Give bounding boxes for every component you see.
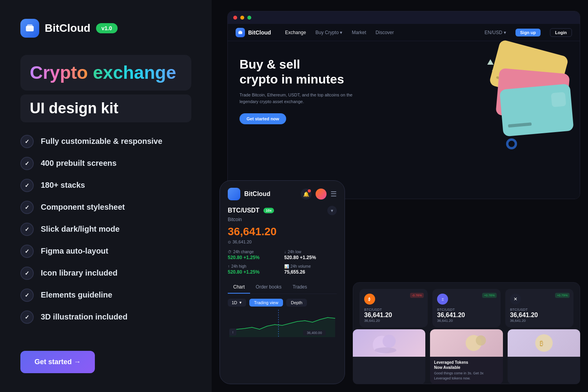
clock-icon: ⊙: [228, 240, 231, 244]
eth-icon: Ξ: [437, 294, 448, 305]
stat-change-value: 520.80 +1.25%: [228, 255, 280, 260]
check-icon-3: [20, 179, 34, 192]
change-badge-neg-1: -0.76%: [410, 293, 424, 298]
bitcloud-logo-icon: [20, 19, 39, 38]
svg-point-13: [383, 335, 396, 348]
svg-point-17: [535, 334, 552, 352]
version-badge: v1.0: [96, 23, 118, 33]
stats-grid: ⏱ 24h change 520.80 +1.25% ↓ 24h low 520…: [228, 250, 337, 275]
feature-3: 180+ stacks: [20, 179, 191, 192]
price-sub-value: 36,641.20: [232, 240, 252, 244]
stat-24h-change: ⏱ 24h change 520.80 +1.25%: [228, 250, 280, 260]
dropdown-trigger[interactable]: ▼: [327, 206, 337, 215]
hero-cta-button[interactable]: Get started now: [240, 113, 286, 124]
check-icon-8: [20, 289, 34, 302]
browser-mockup: BitCloud Exchange Buy Crypto ▾ Market Di…: [227, 11, 580, 199]
feature-8: Elements guideline: [20, 289, 191, 302]
headline-subtext: UI design kit: [30, 100, 118, 116]
notification-icon[interactable]: 🔔: [301, 189, 312, 200]
news-card-content-1: [353, 357, 425, 363]
news-card-img-3: ₿: [508, 329, 580, 357]
news-cards-row: Leveraged TokensNow Available Good thing…: [353, 329, 580, 384]
feature-text-8: Elements guideline: [41, 290, 112, 299]
svg-point-16: [476, 336, 486, 346]
stat-24h-volume: 📊 24h volume 75,655.26: [284, 264, 337, 275]
svg-text:36,400.00: 36,400.00: [307, 331, 322, 335]
stat-volume-value: 75,655.26: [284, 269, 337, 275]
check-icon-9: [20, 310, 34, 324]
svg-text:Ξ: Ξ: [442, 298, 444, 301]
inner-logo-text: BitCloud: [248, 29, 271, 36]
hamburger-icon[interactable]: ☰: [330, 190, 337, 198]
notification-dot: [308, 189, 311, 192]
coin-name: Bitcoin: [228, 217, 337, 222]
crypto-price-3: 36,641.20: [510, 312, 569, 319]
headline-exchange: exchange: [93, 62, 176, 83]
pair-label-1: BTC/USDT: [364, 308, 423, 312]
mobile-logo-text: BitCloud: [244, 191, 297, 198]
x-icon: ✕: [510, 294, 521, 305]
nav-signup-button[interactable]: Sign up: [515, 29, 541, 36]
feature-text-2: 400 prebuilt screens: [41, 159, 116, 168]
shape-triangle-2: [487, 59, 494, 65]
features-list: Fully customizable & responsive 400 preb…: [20, 135, 191, 324]
depth-btn[interactable]: Depth: [286, 299, 307, 307]
feature-text-7: Icon library included: [41, 269, 118, 278]
feature-9: 3D illustration included: [20, 310, 191, 324]
hero-left: Buy & sellcrypto in minutes Trade Bitcoi…: [240, 57, 357, 124]
headline-box: Crypto exchange: [20, 55, 191, 91]
news-desc-2: Good things come in 3s. Get 3x Leveraged…: [434, 371, 499, 381]
check-icon-7: [20, 267, 34, 280]
news-card-1: [353, 329, 425, 384]
crypto-price-1: 36,641.20: [364, 312, 423, 319]
card-teal: [499, 83, 574, 136]
stat-low-label: ↓ 24h low: [284, 250, 337, 254]
crypto-card-2: Ξ +0.76% BTC/USDT 36,641.20 36,641.20: [432, 289, 501, 327]
nav-link-market[interactable]: Market: [352, 30, 366, 35]
stat-high-label: ↑ 24h high: [228, 264, 280, 269]
cta-button[interactable]: Get started →: [20, 351, 95, 373]
hero-title: Buy & sellcrypto in minutes: [240, 57, 357, 87]
nav-link-exchange[interactable]: Exchange: [285, 30, 306, 35]
shape-torus: [506, 138, 517, 149]
feature-7: Icon library included: [20, 267, 191, 280]
change-badge-pos-2: +0.76%: [482, 293, 497, 298]
check-icon-4: [20, 201, 34, 214]
browser-dot-yellow: [240, 16, 244, 20]
svg-point-14: [375, 347, 397, 353]
nav-link-buy-crypto[interactable]: Buy Crypto ▾: [316, 30, 343, 35]
feature-4: Component stylesheet: [20, 201, 191, 214]
pair-label: BTC/USDT: [228, 207, 260, 214]
tab-chart[interactable]: Chart: [228, 281, 250, 294]
feature-text-4: Component stylesheet: [41, 203, 125, 212]
cta-label: Get started →: [34, 358, 81, 366]
mobile-mockup: BitCloud 🔔 ☰ BTC/USDT 10x ▼ Bitcoin 36,6…: [220, 180, 345, 384]
user-avatar[interactable]: [316, 189, 327, 200]
price-main: 36,641.20: [228, 225, 337, 238]
browser-bar: [228, 11, 580, 24]
nav-link-discover[interactable]: Discover: [376, 30, 394, 35]
news-card-3: ₿: [508, 329, 580, 384]
nav-lang[interactable]: EN/USD ▾: [485, 30, 506, 35]
tab-order-books[interactable]: Order books: [250, 281, 287, 294]
svg-text:₿: ₿: [368, 297, 370, 301]
3d-cards-illustration: [462, 47, 572, 165]
mini-chart: 36,400.00 ↕: [228, 310, 337, 337]
chart-scroll-icon[interactable]: ↕: [229, 328, 236, 336]
chart-tabs: Chart Order books Trades: [228, 281, 337, 294]
crypto-card-3: ✕ +0.79% BTC/USDT 36,641.20 36,641.20: [505, 289, 573, 327]
stat-change-label: ⏱ 24h change: [228, 250, 280, 254]
tab-trades[interactable]: Trades: [287, 281, 312, 294]
right-panel: BitCloud Exchange Buy Crypto ▾ Market Di…: [212, 0, 588, 392]
pair-row: BTC/USDT 10x ▼: [228, 206, 337, 215]
news-card-img-1: [353, 329, 425, 357]
nav-login-button[interactable]: Login: [550, 28, 572, 37]
period-select[interactable]: 1D▼: [228, 299, 246, 307]
left-panel: BitCloud v1.0 Crypto exchange UI design …: [0, 0, 212, 392]
crypto-card-1: ₿ -0.76% BTC/USDT 36,641.20 36,641.20: [359, 289, 428, 327]
crypto-price-2: 36,641.20: [437, 312, 496, 319]
trading-view-btn[interactable]: Trading view: [249, 299, 283, 307]
svg-rect-1: [27, 24, 33, 28]
check-icon-6: [20, 245, 34, 258]
crypto-price-sub-1: 36,641.20: [364, 319, 423, 323]
